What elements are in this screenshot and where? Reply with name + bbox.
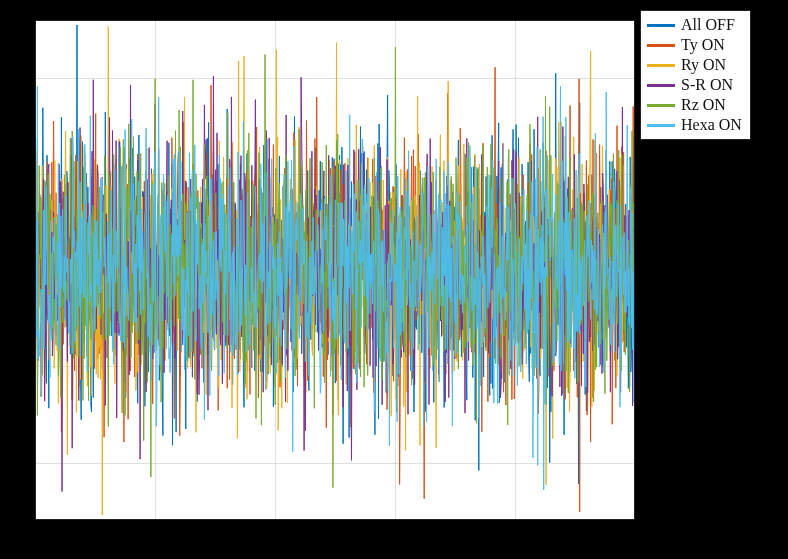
figure: All OFF Ty ON Ry ON S-R ON Rz ON Hexa ON [0, 0, 788, 559]
legend: All OFF Ty ON Ry ON S-R ON Rz ON Hexa ON [640, 10, 751, 140]
legend-label: Ty ON [681, 36, 725, 54]
legend-swatch [647, 124, 675, 127]
legend-swatch [647, 24, 675, 27]
legend-swatch [647, 64, 675, 67]
legend-label: Ry ON [681, 56, 726, 74]
legend-swatch [647, 44, 675, 47]
legend-item-rz-on: Rz ON [647, 95, 742, 115]
legend-item-ty-on: Ty ON [647, 35, 742, 55]
legend-swatch [647, 104, 675, 107]
axes [35, 20, 635, 520]
data-layer [35, 20, 635, 520]
legend-item-all-off: All OFF [647, 15, 742, 35]
legend-item-ry-on: Ry ON [647, 55, 742, 75]
legend-label: All OFF [681, 16, 735, 34]
grid-v [635, 20, 636, 520]
legend-label: S-R ON [681, 76, 733, 94]
legend-swatch [647, 84, 675, 87]
legend-label: Rz ON [681, 96, 726, 114]
legend-item-sr-on: S-R ON [647, 75, 742, 95]
legend-label: Hexa ON [681, 116, 742, 134]
legend-item-hexa-on: Hexa ON [647, 115, 742, 135]
